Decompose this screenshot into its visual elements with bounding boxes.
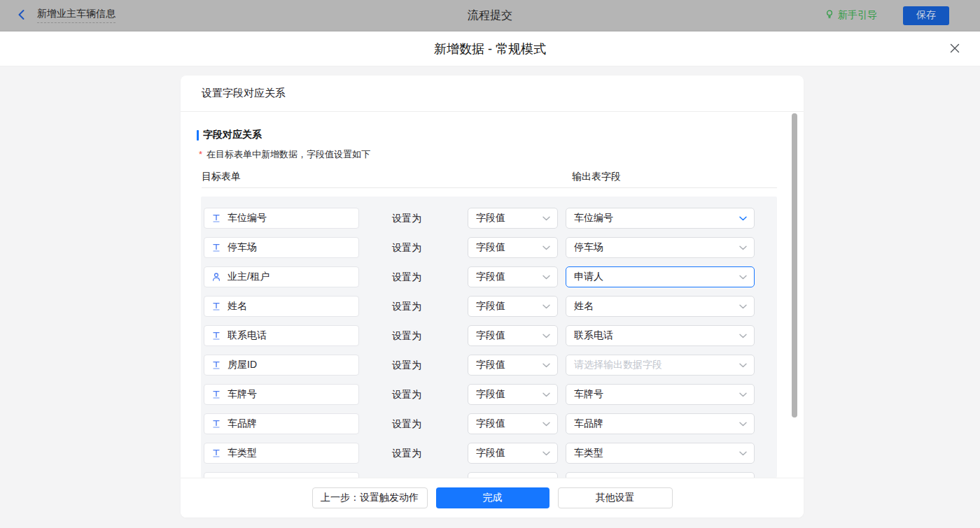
chevron-down-icon: [739, 245, 747, 250]
chevron-down-icon: [542, 334, 550, 338]
value-mode-select[interactable]: 字段值: [468, 208, 558, 229]
target-field: [204, 472, 359, 478]
target-field: 业主/租户: [204, 266, 359, 287]
beginner-guide-link[interactable]: 新手引导: [825, 9, 877, 22]
person-icon: [211, 272, 221, 282]
mapping-row: 姓名设置为字段值姓名: [201, 296, 777, 317]
output-field-text: 停车场: [574, 241, 603, 254]
beginner-guide-label: 新手引导: [838, 9, 877, 22]
target-field-label: 停车场: [227, 241, 257, 254]
text-field-icon: [211, 331, 221, 341]
column-header-target-form: 目标表单: [202, 171, 241, 183]
done-button[interactable]: 完成: [436, 487, 550, 508]
card-header: 设置字段对应关系: [181, 76, 804, 112]
value-mode-select[interactable]: 字段值: [468, 266, 558, 287]
mapping-row: 车类型设置为字段值车类型: [201, 443, 777, 464]
page-title: 流程提交: [468, 8, 512, 23]
back-chevron-icon: [17, 9, 27, 22]
chevron-down-icon: [739, 216, 747, 221]
lightbulb-icon: [825, 9, 834, 22]
card-header-title: 设置字段对应关系: [202, 87, 286, 100]
chevron-down-icon: [542, 451, 550, 456]
target-field: 联系电话: [204, 325, 359, 346]
save-button[interactable]: 保存: [903, 6, 949, 25]
value-mode-select[interactable]: 字段值: [468, 443, 558, 464]
mapping-row: 车位编号设置为字段值车位编号: [201, 208, 777, 229]
chevron-down-icon: [542, 304, 550, 309]
output-field-text: 姓名: [574, 300, 594, 313]
value-mode-text: 字段值: [476, 388, 505, 401]
output-field-text: 车位编号: [574, 212, 613, 224]
column-header-output-field: 输出表字段: [572, 171, 621, 183]
target-field: 车品牌: [204, 413, 359, 434]
target-field-label: 车位编号: [227, 212, 267, 224]
output-field-select[interactable]: 车品牌: [566, 413, 755, 434]
mapping-row: 车品牌设置为字段值车品牌: [201, 413, 777, 434]
output-field-text: 申请人: [574, 271, 603, 283]
text-field-icon: [211, 301, 221, 311]
output-field-select[interactable]: 申请人: [566, 266, 755, 287]
output-field-select[interactable]: 请选择输出数据字段: [566, 355, 755, 376]
other-settings-button[interactable]: 其他设置: [558, 487, 673, 508]
output-field-select[interactable]: 车牌号: [566, 384, 755, 405]
previous-step-button[interactable]: 上一步：设置触发动作: [312, 487, 428, 508]
target-field-label: 车类型: [227, 447, 257, 459]
mapping-row: [201, 472, 777, 478]
value-mode-select[interactable]: [468, 472, 558, 478]
close-icon[interactable]: [946, 41, 963, 57]
mapping-row: 停车场设置为字段值停车场: [201, 237, 777, 258]
chevron-down-icon: [739, 363, 747, 368]
output-field-select[interactable]: 联系电话: [566, 325, 755, 346]
header-actions: 新手引导 保存: [825, 6, 980, 25]
chevron-down-icon: [542, 392, 550, 397]
value-mode-select[interactable]: 字段值: [468, 413, 558, 434]
output-field-select[interactable]: [566, 472, 755, 478]
text-field-icon: [211, 448, 221, 458]
card-body: 字段对应关系 *在目标表单中新增数据，字段值设置如下 目标表单 输出表字段 车位…: [181, 112, 804, 478]
target-field-label: 房屋ID: [227, 359, 257, 371]
value-mode-select[interactable]: 字段值: [468, 237, 558, 258]
app-header: 新增业主车辆信息 流程提交 新手引导 保存: [0, 0, 980, 31]
set-as-label: 设置为: [392, 325, 431, 346]
chevron-down-icon: [739, 334, 747, 338]
back-button[interactable]: [17, 9, 27, 22]
workflow-title[interactable]: 新增业主车辆信息: [37, 8, 115, 23]
mapping-row: 车牌号设置为字段值车牌号: [201, 384, 777, 405]
value-mode-select[interactable]: 字段值: [468, 355, 558, 376]
target-field-label: 车品牌: [227, 418, 257, 430]
value-mode-text: 字段值: [476, 329, 505, 342]
target-field: 车牌号: [204, 384, 359, 405]
output-field-select[interactable]: 停车场: [566, 237, 755, 258]
output-field-select[interactable]: 姓名: [566, 296, 755, 317]
value-mode-select[interactable]: 字段值: [468, 296, 558, 317]
output-field-select[interactable]: 车类型: [566, 443, 755, 464]
target-field: 停车场: [204, 237, 359, 258]
text-field-icon: [211, 243, 221, 252]
value-mode-select[interactable]: 字段值: [468, 325, 558, 346]
target-field: 姓名: [204, 296, 359, 317]
modal-body: 设置字段对应关系 字段对应关系 *在目标表单中新增数据，字段值设置如下 目标表单…: [0, 66, 980, 528]
modal-titlebar: 新增数据 - 常规模式: [0, 31, 980, 66]
set-as-label: 设置为: [392, 384, 431, 405]
text-field-icon: [211, 213, 221, 223]
value-mode-text: 字段值: [476, 418, 505, 430]
chevron-down-icon: [739, 422, 747, 427]
output-field-text: 联系电话: [574, 329, 613, 342]
target-field-label: 业主/租户: [227, 271, 270, 283]
value-mode-select[interactable]: 字段值: [468, 384, 558, 405]
vertical-scrollbar[interactable]: [792, 113, 797, 418]
mapping-rows: 车位编号设置为字段值车位编号停车场设置为字段值停车场业主/租户设置为字段值申请人…: [201, 197, 777, 478]
chevron-down-icon: [739, 392, 747, 397]
output-field-select[interactable]: 车位编号: [566, 208, 755, 229]
required-asterisk: *: [199, 149, 202, 159]
target-field-label: 联系电话: [227, 329, 267, 342]
set-as-label: 设置为: [392, 443, 431, 464]
value-mode-text: 字段值: [476, 447, 505, 459]
target-field-label: 姓名: [227, 300, 247, 313]
chevron-down-icon: [542, 275, 550, 280]
output-field-text: 车牌号: [574, 388, 603, 401]
field-mapping-card: 设置字段对应关系 字段对应关系 *在目标表单中新增数据，字段值设置如下 目标表单…: [181, 76, 804, 518]
value-mode-text: 字段值: [476, 241, 505, 254]
target-field: 车位编号: [204, 208, 359, 229]
column-header-divider: [202, 187, 777, 188]
